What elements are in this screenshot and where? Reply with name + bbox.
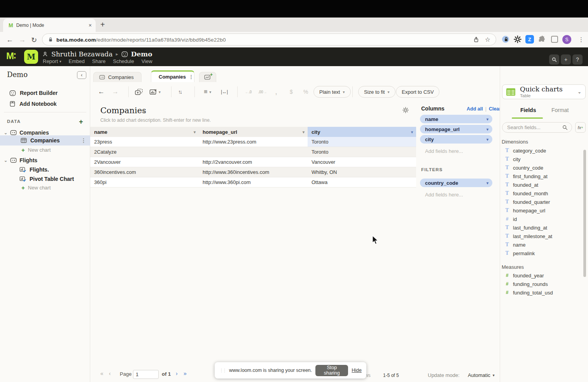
new-tab-icon[interactable]: + [100,20,105,29]
browser-tab[interactable]: M Demo | Mode × [3,19,96,32]
size-to-fit-dropdown[interactable]: Size to fit ▾ [358,86,396,98]
viz-companies-item[interactable]: Companies ⋮ [0,135,90,145]
field-item[interactable]: Tfounded_quarter [505,198,583,206]
redo-icon[interactable]: → [112,87,119,96]
field-item[interactable]: Thomepage_url [505,206,583,215]
tab-format[interactable]: Format [551,107,569,113]
table-cell[interactable]: 2Vancouver [90,157,199,167]
field-item[interactable]: #funding_rounds [505,280,583,288]
increase-decimal-icon[interactable]: .00→ [258,87,267,96]
viz-title[interactable]: Companies [100,106,146,115]
update-mode-dropdown[interactable]: Automatic ▾ [468,372,495,378]
item-menu-icon[interactable]: ⋮ [81,137,86,144]
menu-share[interactable]: Share [92,58,106,64]
field-item[interactable]: Tlast_funding_at [505,223,583,232]
stop-sharing-button[interactable]: Stop sharing [315,365,348,376]
page-first-icon[interactable]: « [100,370,103,377]
delete-viz-dropdown[interactable]: ▾ [149,87,161,96]
new-chart-button[interactable]: + New chart [0,183,90,192]
header-search-button[interactable] [549,54,559,65]
decrease-decimal-icon[interactable]: ←.0 [245,87,252,96]
table-cell[interactable] [199,147,308,157]
extensions-puzzle-icon[interactable] [538,35,546,44]
chart-type-selector[interactable]: Quick charts Table ⌄ [502,84,586,99]
chevron-down-icon[interactable]: ▾ [486,137,488,142]
table-cell[interactable]: Toronto [308,147,416,157]
header-help-button[interactable]: ? [572,54,583,65]
field-item[interactable]: Tcategory_code [505,146,583,155]
extension-loom-icon[interactable] [501,35,510,44]
table-cell[interactable]: 360incentives.com [90,167,199,177]
breadcrumb-report[interactable]: Demo [131,50,152,58]
text-style-dropdown[interactable]: Plain text ▾ [313,86,351,98]
duplicate-viz-icon[interactable] [135,87,143,96]
field-item[interactable]: #funding_total_usd [505,288,583,297]
search-fields-input[interactable]: Search fields... [502,122,572,133]
field-item[interactable]: Tpermalink [505,249,583,258]
table-cell[interactable]: http://www.360pi.com [199,177,308,187]
column-pill-city[interactable]: city▾ [420,135,492,144]
browser-menu-icon[interactable]: ⋮ [578,36,584,43]
add-data-icon[interactable]: + [79,118,83,126]
header-add-button[interactable]: + [561,54,571,65]
filters-add-fields-placeholder[interactable]: Add fields here... [425,192,463,198]
menu-view[interactable]: View [142,58,152,64]
field-item[interactable]: Tcountry_code [505,163,583,172]
field-item[interactable]: Tfounded_month [505,189,583,198]
add-all-link[interactable]: Add all [467,106,483,112]
viz-flights-item[interactable]: Flights. [0,165,90,175]
field-item[interactable]: #id [505,215,583,223]
hide-banner-link[interactable]: Hide [352,368,362,373]
column-header-homepage-url[interactable]: homepage_url▾ [199,127,308,137]
field-item[interactable]: #founded_year [505,271,583,280]
field-item[interactable]: Tcity [505,155,583,163]
tab-menu-icon[interactable]: ⋮ [189,74,194,80]
new-chart-button[interactable]: + New chart [0,145,90,154]
table-cell[interactable]: http://2vancouver.com [199,157,308,167]
page-prev-icon[interactable]: ‹ [109,370,111,377]
align-dropdown[interactable]: ≡▾ [204,87,211,96]
fields-scrollbar[interactable] [583,150,586,277]
columns-add-fields-placeholder[interactable]: Add fields here... [425,148,463,154]
page-number-input[interactable] [133,370,159,379]
add-formula-button[interactable]: fx+ [575,122,586,133]
thousands-separator-icon[interactable]: , [275,87,277,96]
tab-companies-table-active[interactable]: Companies ⋮ [151,70,194,82]
menu-schedule[interactable]: Schedule [113,58,134,64]
table-cell[interactable]: 360pi [90,177,199,187]
chevron-down-icon[interactable]: ▾ [486,181,488,185]
mode-org-logo[interactable]: M [24,50,38,64]
back-icon[interactable]: ← [6,36,13,44]
extension-gear-icon[interactable] [513,35,522,44]
filter-pill-country-code[interactable]: country_code▾ [420,179,492,187]
dataset-flights[interactable]: ⌄ Flights [0,156,90,165]
tab-close-icon[interactable]: × [89,22,92,28]
chevron-down-icon[interactable]: ⌄ [4,130,7,135]
chevron-down-icon[interactable]: ▾ [486,117,488,121]
sort-icon[interactable]: ↑↓ [178,87,181,96]
chevron-down-icon[interactable]: ⌄ [4,158,7,163]
table-cell[interactable]: Toronto [308,137,416,147]
currency-format-icon[interactable]: $ [290,87,293,96]
table-cell[interactable]: Vancouver [308,157,416,167]
sidebar-item-add-notebook[interactable]: Add Notebook [0,98,90,109]
address-bar[interactable]: beta.mode.com/editor/mode/reports/11a0a6… [42,33,496,46]
column-header-city[interactable]: city▾ [308,127,416,137]
percent-format-icon[interactable]: % [303,87,308,96]
column-pill-homepage-url[interactable]: homepage_url▾ [420,125,492,133]
tab-new-chart[interactable]: + [199,72,216,82]
field-item[interactable]: Tfounded_at [505,180,583,189]
clear-link[interactable]: Clear [489,106,501,112]
table-cell[interactable]: http://www.360incentives.com [199,167,308,177]
drag-handle-icon[interactable]: ⋮⋮ [219,368,226,373]
chevron-down-icon[interactable]: ▾ [486,127,488,131]
table-cell[interactable]: Whitby, ON [308,167,416,177]
tab-fields[interactable]: Fields [520,107,536,113]
extension-z-icon[interactable]: Z [525,35,534,44]
page-next-icon[interactable]: › [176,370,178,377]
extension-sidepanel-icon[interactable] [551,36,560,44]
bookmark-star-icon[interactable]: ☆ [485,36,490,43]
mode-wordmark-logo[interactable]: M∶ [6,51,16,61]
tab-companies-query[interactable]: Companies [93,72,142,82]
text-wrap-icon[interactable]: |↔| [221,87,228,96]
